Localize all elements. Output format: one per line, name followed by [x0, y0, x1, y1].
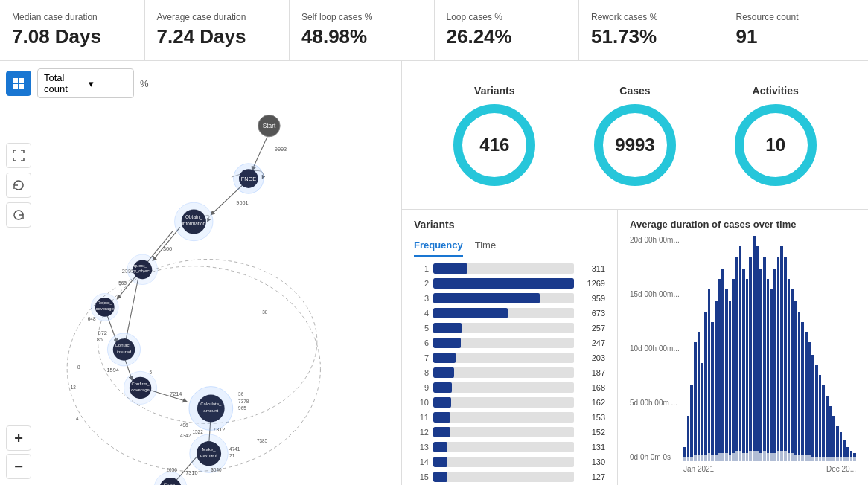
svg-text:payment: payment	[200, 453, 217, 457]
variant-count: 673	[578, 309, 605, 318]
chart-bar-dark	[767, 279, 770, 453]
chart-bar-group	[767, 236, 770, 461]
metric-rework-label: Rework cases %	[591, 12, 712, 22]
chart-bar-dark	[690, 385, 693, 457]
activities-circle-item: Activities 10	[735, 85, 817, 186]
chart-bar-light	[739, 451, 742, 461]
svg-rect-1	[19, 78, 24, 83]
variants-panel: Variants Frequency Time 1 311 2 1269 3 9…	[402, 210, 618, 485]
variant-bar	[433, 397, 451, 408]
variant-bar	[433, 472, 447, 482]
chart-bar-group	[850, 236, 853, 461]
chart-bar-group	[794, 236, 797, 461]
chart-canvas	[683, 236, 856, 461]
svg-text:policy_object: policy_object	[125, 269, 151, 273]
chart-bar-dark	[829, 406, 832, 457]
chart-bar-light	[721, 453, 724, 461]
chart-bar-dark	[721, 269, 724, 453]
svg-text:12: 12	[71, 385, 77, 390]
tab-frequency[interactable]: Frequency	[414, 235, 463, 257]
svg-text:7214: 7214	[170, 391, 182, 397]
svg-text:366: 366	[163, 245, 172, 252]
chart-bar-dark	[773, 269, 776, 453]
chart-y-label: 5d 00h 00m ...	[630, 399, 682, 407]
variant-bar-wrap	[433, 427, 574, 437]
variant-count: 131	[578, 443, 605, 452]
chart-bar-group	[721, 236, 724, 461]
variant-row: 8 187	[414, 367, 605, 378]
variants-donut: 416	[453, 104, 535, 186]
variant-number: 1	[414, 264, 429, 273]
chart-bar-light	[798, 455, 801, 461]
variant-bar	[433, 263, 467, 274]
variant-number: 8	[414, 368, 429, 377]
variant-bar-wrap	[433, 472, 574, 482]
left-panel-header: Total count ▾ %	[0, 61, 401, 106]
variant-bar	[433, 427, 450, 437]
variant-count: 127	[578, 472, 605, 481]
chart-bar-dark	[739, 246, 742, 451]
right-panel: Variants 416 Cases 9993 Activities 10	[402, 61, 868, 485]
circles-section: Variants 416 Cases 9993 Activities 10	[402, 61, 868, 210]
chart-bar-dark	[798, 312, 801, 455]
chart-bar-dark	[698, 332, 701, 455]
metric-average-duration: Average case duration 7.24 Days	[145, 0, 290, 60]
chart-bar-light	[715, 455, 718, 461]
chart-bar-group	[729, 236, 732, 461]
svg-text:4342: 4342	[180, 433, 191, 438]
variant-bar	[433, 457, 447, 467]
chart-y-label: 20d 00h 00m...	[630, 236, 682, 244]
svg-text:7310: 7310	[185, 469, 197, 476]
variant-number: 9	[414, 383, 429, 392]
chart-bar-dark	[746, 279, 749, 453]
table-view-button[interactable]	[6, 71, 31, 96]
chart-bar-dark	[708, 289, 711, 453]
chart-bar-group	[763, 236, 766, 461]
svg-text:1594: 1594	[107, 367, 119, 373]
svg-text:2056: 2056	[167, 467, 178, 472]
chart-bar-group	[683, 236, 686, 461]
variants-value: 416	[479, 135, 509, 155]
chart-y-label: 0d 0h 0m 0s	[630, 453, 682, 461]
chart-bar-group	[698, 236, 701, 461]
chart-bar-group	[711, 236, 714, 461]
dropdown-label: Total count	[44, 72, 83, 94]
svg-text:amount: amount	[203, 408, 218, 413]
chart-bar-light	[756, 451, 759, 461]
variant-count: 1269	[578, 279, 605, 288]
chart-bar-dark	[756, 246, 759, 451]
metric-resource: Resource count 91	[724, 0, 869, 60]
metric-median-label: Median case duration	[12, 12, 133, 22]
metrics-bar: Median case duration 7.08 Days Average c…	[0, 0, 868, 61]
chart-bar-dark	[843, 440, 846, 457]
chart-bar-dark	[704, 312, 707, 455]
variant-row: 5 257	[414, 323, 605, 333]
svg-text:648: 648	[88, 316, 96, 321]
metric-self-loop: Self loop cases % 48.98%	[290, 0, 435, 60]
tab-time[interactable]: Time	[475, 235, 496, 257]
variant-bar-wrap	[433, 382, 574, 393]
svg-text:coverage: coverage	[131, 388, 150, 392]
metric-loop-value: 26.24%	[447, 25, 567, 48]
chart-bar-group	[694, 236, 697, 461]
chart-title: Average duration of cases over time	[630, 219, 856, 230]
variant-row: 10 162	[414, 397, 605, 408]
metric-dropdown[interactable]: Total count ▾	[37, 68, 134, 98]
variant-bar-wrap	[433, 367, 574, 378]
chart-bar-light	[801, 455, 804, 461]
svg-text:9561: 9561	[236, 199, 248, 206]
chart-bar-dark	[777, 257, 780, 452]
metric-rework: Rework cases % 51.73%	[579, 0, 724, 60]
variant-bar	[433, 323, 462, 333]
chart-bar-group	[791, 236, 794, 461]
chart-bar-group	[759, 236, 762, 461]
svg-text:insured: insured	[117, 350, 132, 354]
svg-text:9993: 9993	[275, 146, 287, 152]
variant-bar	[433, 442, 447, 452]
metric-self-loop-value: 48.98%	[301, 25, 422, 48]
chart-bar-dark	[718, 279, 721, 453]
chart-bar-light	[749, 451, 752, 461]
process-map: 9993 9561 366 2095 86 872 1594 7214 7312…	[0, 102, 401, 485]
percent-label: %	[140, 78, 149, 89]
chart-bar-light	[767, 453, 770, 461]
